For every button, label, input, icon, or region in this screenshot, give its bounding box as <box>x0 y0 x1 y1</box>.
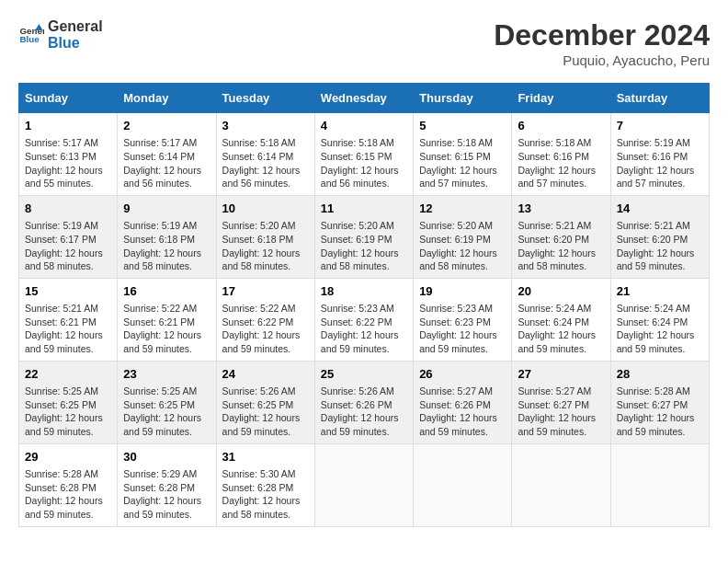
cell-details: Sunrise: 5:20 AMSunset: 6:18 PMDaylight:… <box>222 219 309 273</box>
page-header: General Blue General Blue December 2024 … <box>18 18 710 68</box>
calendar-cell: 20Sunrise: 5:24 AMSunset: 6:24 PMDayligh… <box>512 278 610 361</box>
calendar-cell: 8Sunrise: 5:19 AMSunset: 6:17 PMDaylight… <box>19 195 118 278</box>
header-sunday: Sunday <box>19 84 118 113</box>
calendar-cell: 3Sunrise: 5:18 AMSunset: 6:14 PMDaylight… <box>216 113 314 196</box>
day-number: 24 <box>222 366 309 383</box>
calendar-cell: 23Sunrise: 5:25 AMSunset: 6:25 PMDayligh… <box>118 361 216 443</box>
calendar-week-3: 15Sunrise: 5:21 AMSunset: 6:21 PMDayligh… <box>19 278 710 361</box>
day-number: 4 <box>321 118 407 134</box>
calendar-cell: 4Sunrise: 5:18 AMSunset: 6:15 PMDaylight… <box>314 113 413 196</box>
cell-details: Sunrise: 5:21 AMSunset: 6:20 PMDaylight:… <box>518 219 604 273</box>
cell-details: Sunrise: 5:23 AMSunset: 6:23 PMDaylight:… <box>419 302 506 356</box>
cell-details: Sunrise: 5:24 AMSunset: 6:24 PMDaylight:… <box>617 302 703 356</box>
day-number: 10 <box>222 201 309 217</box>
day-number: 8 <box>25 201 111 217</box>
day-number: 14 <box>617 201 703 217</box>
calendar-cell: 26Sunrise: 5:27 AMSunset: 6:26 PMDayligh… <box>414 361 512 443</box>
cell-details: Sunrise: 5:30 AMSunset: 6:28 PMDaylight:… <box>222 467 309 522</box>
day-number: 1 <box>25 118 111 134</box>
day-number: 3 <box>222 118 309 134</box>
day-number: 12 <box>419 201 506 217</box>
calendar-cell <box>610 443 709 526</box>
calendar-cell: 7Sunrise: 5:19 AMSunset: 6:16 PMDaylight… <box>610 113 709 196</box>
calendar-cell: 11Sunrise: 5:20 AMSunset: 6:19 PMDayligh… <box>314 195 413 278</box>
cell-details: Sunrise: 5:25 AMSunset: 6:25 PMDaylight:… <box>123 385 210 439</box>
cell-details: Sunrise: 5:26 AMSunset: 6:26 PMDaylight:… <box>321 385 407 439</box>
day-number: 30 <box>123 449 210 465</box>
day-number: 25 <box>321 366 407 383</box>
calendar-cell: 22Sunrise: 5:25 AMSunset: 6:25 PMDayligh… <box>19 361 118 443</box>
cell-details: Sunrise: 5:24 AMSunset: 6:24 PMDaylight:… <box>518 302 604 356</box>
calendar-cell: 12Sunrise: 5:20 AMSunset: 6:19 PMDayligh… <box>414 195 512 278</box>
cell-details: Sunrise: 5:17 AMSunset: 6:13 PMDaylight:… <box>25 136 111 190</box>
logo-icon: General Blue <box>18 22 44 48</box>
calendar-cell: 5Sunrise: 5:18 AMSunset: 6:15 PMDaylight… <box>414 113 512 196</box>
cell-details: Sunrise: 5:25 AMSunset: 6:25 PMDaylight:… <box>25 385 111 439</box>
cell-details: Sunrise: 5:17 AMSunset: 6:14 PMDaylight:… <box>123 136 210 190</box>
day-number: 23 <box>123 366 210 383</box>
day-number: 2 <box>123 118 210 134</box>
calendar-cell: 14Sunrise: 5:21 AMSunset: 6:20 PMDayligh… <box>610 195 709 278</box>
calendar-week-4: 22Sunrise: 5:25 AMSunset: 6:25 PMDayligh… <box>19 361 710 443</box>
day-number: 11 <box>321 201 407 217</box>
cell-details: Sunrise: 5:29 AMSunset: 6:28 PMDaylight:… <box>123 467 210 522</box>
header-thursday: Thursday <box>414 84 512 113</box>
cell-details: Sunrise: 5:28 AMSunset: 6:27 PMDaylight:… <box>617 385 703 439</box>
day-number: 21 <box>617 283 703 300</box>
day-number: 29 <box>25 449 111 465</box>
day-number: 19 <box>419 283 506 300</box>
calendar-cell: 28Sunrise: 5:28 AMSunset: 6:27 PMDayligh… <box>610 361 709 443</box>
calendar-cell: 15Sunrise: 5:21 AMSunset: 6:21 PMDayligh… <box>19 278 118 361</box>
logo: General Blue General Blue <box>18 18 103 51</box>
day-number: 5 <box>419 118 506 134</box>
header-friday: Friday <box>512 84 610 113</box>
calendar-cell: 25Sunrise: 5:26 AMSunset: 6:26 PMDayligh… <box>314 361 413 443</box>
day-number: 20 <box>518 283 604 300</box>
day-number: 22 <box>25 366 111 383</box>
calendar-cell: 2Sunrise: 5:17 AMSunset: 6:14 PMDaylight… <box>118 113 216 196</box>
cell-details: Sunrise: 5:27 AMSunset: 6:27 PMDaylight:… <box>518 385 604 439</box>
calendar-cell: 19Sunrise: 5:23 AMSunset: 6:23 PMDayligh… <box>414 278 512 361</box>
day-number: 27 <box>518 366 604 383</box>
cell-details: Sunrise: 5:22 AMSunset: 6:22 PMDaylight:… <box>222 302 309 356</box>
cell-details: Sunrise: 5:18 AMSunset: 6:15 PMDaylight:… <box>321 136 407 190</box>
calendar-cell <box>512 443 610 526</box>
calendar-cell: 30Sunrise: 5:29 AMSunset: 6:28 PMDayligh… <box>118 443 216 526</box>
calendar-cell: 17Sunrise: 5:22 AMSunset: 6:22 PMDayligh… <box>216 278 314 361</box>
calendar-cell: 9Sunrise: 5:19 AMSunset: 6:18 PMDaylight… <box>118 195 216 278</box>
header-monday: Monday <box>118 84 216 113</box>
svg-text:Blue: Blue <box>19 34 40 44</box>
cell-details: Sunrise: 5:23 AMSunset: 6:22 PMDaylight:… <box>321 302 407 356</box>
cell-details: Sunrise: 5:18 AMSunset: 6:14 PMDaylight:… <box>222 136 309 190</box>
calendar-cell: 31Sunrise: 5:30 AMSunset: 6:28 PMDayligh… <box>216 443 314 526</box>
calendar-cell: 1Sunrise: 5:17 AMSunset: 6:13 PMDaylight… <box>19 113 118 196</box>
calendar-cell: 16Sunrise: 5:22 AMSunset: 6:21 PMDayligh… <box>118 278 216 361</box>
calendar-cell: 13Sunrise: 5:21 AMSunset: 6:20 PMDayligh… <box>512 195 610 278</box>
calendar-week-2: 8Sunrise: 5:19 AMSunset: 6:17 PMDaylight… <box>19 195 710 278</box>
day-number: 28 <box>617 366 703 383</box>
day-number: 31 <box>222 449 309 465</box>
title-area: December 2024 Puquio, Ayacucho, Peru <box>494 18 710 68</box>
calendar-cell: 6Sunrise: 5:18 AMSunset: 6:16 PMDaylight… <box>512 113 610 196</box>
cell-details: Sunrise: 5:19 AMSunset: 6:18 PMDaylight:… <box>123 219 210 273</box>
calendar-week-5: 29Sunrise: 5:28 AMSunset: 6:28 PMDayligh… <box>19 443 710 526</box>
cell-details: Sunrise: 5:19 AMSunset: 6:16 PMDaylight:… <box>617 136 703 190</box>
day-number: 26 <box>419 366 506 383</box>
cell-details: Sunrise: 5:22 AMSunset: 6:21 PMDaylight:… <box>123 302 210 356</box>
cell-details: Sunrise: 5:20 AMSunset: 6:19 PMDaylight:… <box>419 219 506 273</box>
day-number: 17 <box>222 283 309 300</box>
page-title: December 2024 <box>494 18 710 52</box>
header-tuesday: Tuesday <box>216 84 314 113</box>
cell-details: Sunrise: 5:19 AMSunset: 6:17 PMDaylight:… <box>25 219 111 273</box>
header-wednesday: Wednesday <box>314 84 413 113</box>
cell-details: Sunrise: 5:18 AMSunset: 6:15 PMDaylight:… <box>419 136 506 190</box>
cell-details: Sunrise: 5:21 AMSunset: 6:21 PMDaylight:… <box>25 302 111 356</box>
cell-details: Sunrise: 5:18 AMSunset: 6:16 PMDaylight:… <box>518 136 604 190</box>
page-subtitle: Puquio, Ayacucho, Peru <box>494 52 710 68</box>
calendar-cell: 29Sunrise: 5:28 AMSunset: 6:28 PMDayligh… <box>19 443 118 526</box>
cell-details: Sunrise: 5:28 AMSunset: 6:28 PMDaylight:… <box>25 467 111 522</box>
cell-details: Sunrise: 5:27 AMSunset: 6:26 PMDaylight:… <box>419 385 506 439</box>
day-number: 15 <box>25 283 111 300</box>
calendar-week-1: 1Sunrise: 5:17 AMSunset: 6:13 PMDaylight… <box>19 113 710 196</box>
logo-text-line2: Blue <box>48 35 103 52</box>
